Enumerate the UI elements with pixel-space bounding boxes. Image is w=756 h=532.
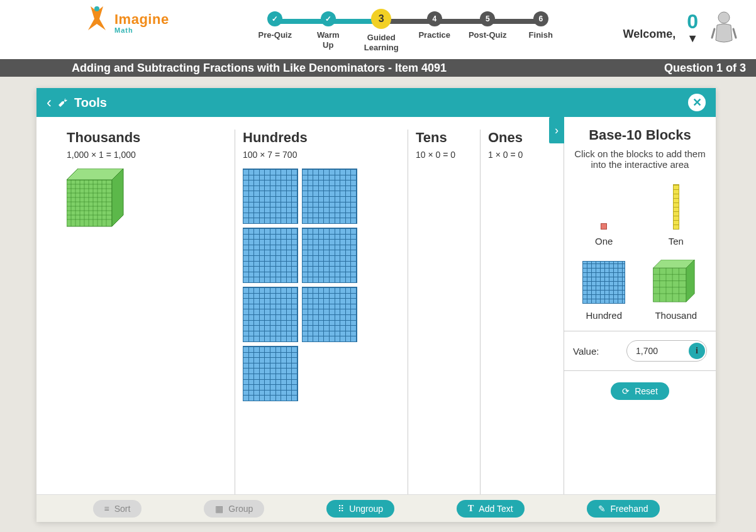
step-circle: 3 [371, 9, 391, 29]
title-bar: Adding and Subtracting Fractions with Li… [0, 59, 756, 77]
sidebar-toggle[interactable]: › [549, 117, 564, 143]
step-warm-up[interactable]: ✓WarmUp [302, 11, 355, 52]
blocks-area: Thousands 1,000 × 1 = 1,000 Hundred [36, 117, 564, 522]
column-ones: Ones 1 × 0 = 0 [481, 130, 550, 522]
sidebar-hint: Click on the blocks to add them into the… [564, 148, 716, 177]
add-text-button[interactable]: TAdd Text [457, 500, 525, 518]
logo-sub: Math [114, 26, 169, 34]
question-counter: Question 1 of 3 [664, 62, 746, 75]
step-guided-learning[interactable]: 3GuidedLearning [355, 11, 408, 52]
col-eq-tens: 10 × 0 = 0 [416, 150, 472, 160]
hundred-block[interactable] [302, 287, 357, 342]
lesson-title: Adding and Subtracting Fractions with Li… [72, 62, 447, 75]
ungroup-icon: ⠿ [338, 504, 344, 514]
back-icon[interactable]: ‹ [47, 94, 52, 111]
step-circle: 6 [533, 11, 548, 26]
hundred-block[interactable] [243, 169, 298, 224]
progress-bar: ✓Pre-Quiz✓WarmUp3GuidedLearning4Practice… [248, 11, 567, 49]
logo-brand: Imagine [114, 11, 169, 28]
step-finish[interactable]: 6Finish [514, 11, 568, 52]
palette-hundred[interactable]: Hundred [582, 252, 625, 321]
step-label: Practice [418, 30, 450, 40]
pencil-icon: ✎ [598, 504, 606, 514]
group-icon: ▦ [215, 504, 223, 514]
step-label: WarmUp [317, 30, 340, 50]
reset-button[interactable]: ⟳ Reset [611, 382, 669, 400]
col-title-tens: Tens [416, 130, 472, 146]
group-button: ▦Group [204, 500, 264, 518]
text-icon: T [468, 504, 474, 514]
col-title-thousands: Thousands [67, 130, 227, 146]
refresh-icon: ⟳ [622, 386, 630, 396]
step-circle: ✓ [321, 11, 336, 26]
info-icon[interactable]: i [689, 343, 705, 359]
value-row: Value: 1,700 i [564, 331, 716, 371]
avatar[interactable] [709, 10, 738, 45]
user-menu-dropdown[interactable]: ▼ [687, 32, 698, 45]
points-count: 0 [687, 10, 698, 33]
svg-marker-23 [653, 268, 686, 302]
sort-button: ≡Sort [93, 500, 142, 518]
hundred-block[interactable] [243, 346, 298, 401]
one-block-icon [601, 223, 607, 230]
col-title-ones: Ones [488, 130, 542, 146]
col-eq-thousands: 1,000 × 1 = 1,000 [67, 150, 227, 160]
step-circle: ✓ [267, 11, 282, 26]
hundred-block[interactable] [243, 228, 298, 283]
step-label: GuidedLearning [364, 33, 399, 52]
value-label: Value: [573, 346, 599, 357]
app-header: Imagine Math ✓Pre-Quiz✓WarmUp3GuidedLear… [0, 0, 756, 59]
close-icon[interactable]: ✕ [688, 94, 706, 111]
palette-one[interactable]: One [595, 177, 613, 247]
value-display: 1,700 i [626, 340, 707, 362]
step-label: Pre-Quiz [258, 30, 292, 40]
tools-header: ‹ Tools ✕ [36, 88, 716, 117]
welcome-text: Welcome, [623, 28, 675, 41]
bottom-toolbar: ≡Sort ▦Group ⠿Ungroup TAdd Text ✎Freehan… [36, 494, 716, 522]
ten-block-icon [673, 184, 679, 230]
thousand-block-icon [653, 260, 699, 304]
step-label: Finish [529, 30, 553, 40]
step-circle: 4 [427, 11, 442, 26]
hundred-block[interactable] [243, 287, 298, 342]
step-practice[interactable]: 4Practice [408, 11, 462, 52]
col-title-hundreds: Hundreds [243, 130, 400, 146]
column-hundreds: Hundreds 100 × 7 = 700 [235, 130, 408, 522]
hundred-block[interactable] [302, 169, 357, 224]
sort-icon: ≡ [104, 504, 109, 514]
step-pre-quiz[interactable]: ✓Pre-Quiz [248, 11, 302, 52]
logo: Imagine Math [82, 5, 169, 40]
hundred-block[interactable] [302, 228, 357, 283]
workspace: ‹ Tools ✕ Thousands 1,000 × 1 = 1,000 [36, 88, 716, 522]
hundred-block-icon [582, 261, 625, 304]
svg-point-1 [718, 12, 730, 23]
palette-ten[interactable]: Ten [669, 177, 684, 247]
value-number: 1,700 [636, 346, 658, 356]
step-post-quiz[interactable]: 5Post-Quiz [461, 11, 514, 52]
palette-thousand[interactable]: Thousand [653, 252, 699, 321]
col-eq-ones: 1 × 0 = 0 [488, 150, 542, 160]
svg-point-0 [94, 6, 99, 11]
step-label: Post-Quiz [469, 30, 507, 40]
logo-icon [82, 5, 112, 40]
step-circle: 5 [480, 11, 495, 26]
thousand-block[interactable] [67, 169, 125, 226]
column-tens: Tens 10 × 0 = 0 [408, 130, 481, 522]
sidebar-panel: › Base-10 Blocks Click on the blocks to … [564, 117, 716, 522]
freehand-button[interactable]: ✎Freehand [587, 500, 660, 518]
tools-title: Tools [74, 96, 107, 110]
col-eq-hundreds: 100 × 7 = 700 [243, 150, 400, 160]
column-thousands: Thousands 1,000 × 1 = 1,000 [59, 130, 235, 522]
wrench-icon [57, 96, 69, 109]
ungroup-button[interactable]: ⠿Ungroup [326, 500, 394, 518]
sidebar-title: Base-10 Blocks [564, 117, 716, 148]
